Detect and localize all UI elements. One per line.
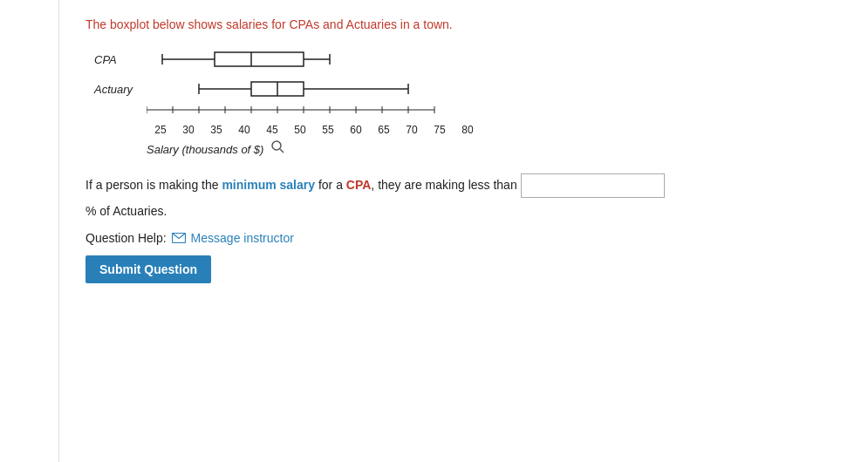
tick-35: 35 [202,124,230,136]
chart-area: CPA [85,47,842,156]
question-help-row: Question Help: Message instructor [85,231,842,245]
message-instructor-link[interactable]: Message instructor [191,231,294,245]
tick-55: 55 [314,124,342,136]
tick-30: 30 [174,124,202,136]
intro-sentence: The boxplot below shows salaries for CPA… [85,17,453,31]
tick-65: 65 [370,124,398,136]
zoom-icon[interactable] [270,139,284,156]
cpa-highlight: CPA [346,178,372,192]
answer-input[interactable] [521,173,665,198]
tick-40: 40 [230,124,258,136]
actuary-boxplot [147,77,443,101]
intro-text: The boxplot below shows salaries for CPA… [85,17,842,31]
main-content: The boxplot below shows salaries for CPA… [59,0,868,462]
tick-75: 75 [426,124,454,136]
tick-25: 25 [147,124,174,136]
actuary-label: Actuary [94,83,147,96]
mail-icon [172,233,186,243]
axis-label: Salary (thousands of $) [147,143,263,156]
axis-svg [147,106,461,124]
tick-80: 80 [454,124,482,136]
question-section: If a person is making the minimum salary… [85,173,842,221]
svg-rect-2 [215,52,304,66]
tick-45: 45 [258,124,286,136]
svg-point-25 [272,141,281,150]
submit-button[interactable]: Submit Question [85,255,211,283]
minimum-highlight: minimum salary [222,178,315,192]
cpa-label: CPA [94,53,147,66]
cpa-boxplot [147,47,443,71]
question-help-label: Question Help: [85,231,167,245]
tick-70: 70 [398,124,426,136]
tick-50: 50 [286,124,314,136]
left-sidebar [0,0,59,462]
axis-numbers: 25 30 35 40 45 50 55 60 65 70 75 80 [147,124,842,136]
tick-60: 60 [342,124,370,136]
question-text-before: If a person is making the minimum salary… [85,178,521,192]
percent-text: % of Actuaries. [85,201,842,221]
svg-line-26 [280,149,284,153]
